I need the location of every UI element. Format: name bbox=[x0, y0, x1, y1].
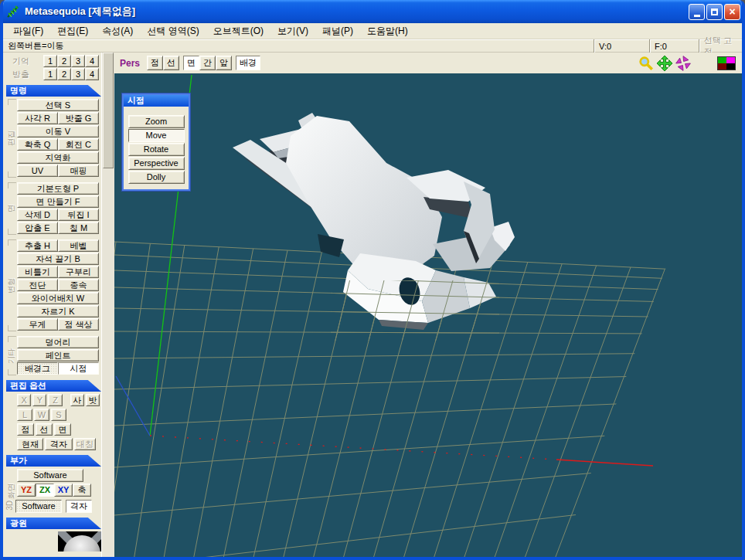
command-button[interactable]: 삭제 D bbox=[17, 209, 58, 221]
renderer-button-pressed[interactable]: Software bbox=[15, 500, 62, 513]
grid-toggle[interactable]: 격자 bbox=[66, 500, 92, 513]
command-row: 무게점 색상 bbox=[17, 318, 99, 331]
menu-item[interactable]: 파일(F) bbox=[6, 23, 50, 39]
view-panel-button-rotate[interactable]: Rotate bbox=[128, 143, 185, 156]
memory-slot-button[interactable]: 3 bbox=[71, 68, 85, 80]
command-button[interactable]: 회전 C bbox=[58, 138, 99, 151]
memory-slot-button[interactable]: 4 bbox=[85, 55, 99, 67]
view-panel-button-dolly[interactable]: Dolly bbox=[128, 171, 185, 184]
rotate-icon[interactable] bbox=[675, 56, 691, 71]
edit-option-button[interactable]: 대칭 bbox=[74, 438, 96, 450]
menu-item[interactable]: 패널(P) bbox=[315, 23, 360, 39]
renderer-button[interactable]: Software bbox=[17, 469, 83, 482]
view-panel-title[interactable]: 시점 bbox=[124, 95, 189, 107]
title-bar[interactable]: Metasequoia [제목없음] × bbox=[0, 0, 745, 23]
command-button[interactable]: 지역화 bbox=[17, 151, 99, 164]
menu-item[interactable]: 편집(E) bbox=[50, 23, 95, 39]
memory-slot-button[interactable]: 2 bbox=[57, 55, 71, 67]
edit-option-button[interactable]: 점 bbox=[17, 423, 34, 436]
edit-option-button[interactable]: 사 bbox=[70, 394, 84, 406]
view-panel-button-zoom[interactable]: Zoom bbox=[128, 115, 185, 128]
menu-item[interactable]: 보기(V) bbox=[270, 23, 315, 39]
edit-option-button[interactable]: S bbox=[51, 409, 66, 421]
minimize-button[interactable] bbox=[689, 4, 705, 20]
pan-icon[interactable] bbox=[657, 56, 672, 71]
edit-option-button[interactable]: 선 bbox=[36, 423, 53, 436]
view-plane-button[interactable]: 축 bbox=[73, 484, 91, 497]
select-lock-toggle[interactable]: 선택 고정 bbox=[699, 39, 742, 53]
light-sphere-preview[interactable] bbox=[58, 531, 101, 552]
edit-option-button[interactable]: 면 bbox=[54, 423, 71, 436]
command-button[interactable]: 구부리 bbox=[58, 266, 99, 278]
command-button[interactable]: 압출 E bbox=[17, 222, 58, 234]
menu-item[interactable]: 도움말(H) bbox=[360, 23, 415, 39]
command-button[interactable]: 전단 bbox=[17, 279, 58, 291]
edit-option-button[interactable]: W bbox=[34, 409, 49, 421]
command-button[interactable]: 덩어리 bbox=[17, 336, 99, 348]
command-button[interactable]: 비틀기 bbox=[17, 266, 58, 278]
maximize-button[interactable] bbox=[706, 4, 723, 20]
edit-option-button[interactable]: Z bbox=[48, 394, 62, 406]
menu-item[interactable]: 오브젝트(O) bbox=[206, 23, 270, 39]
command-button[interactable]: 베벨 bbox=[58, 239, 99, 252]
command-button[interactable]: 사각 R bbox=[17, 112, 58, 124]
command-button[interactable]: 자석 끌기 B bbox=[17, 253, 99, 265]
memory-slot-button[interactable]: 1 bbox=[43, 55, 57, 67]
view-panel[interactable]: 시점 ZoomMoveRotatePerspectiveDolly bbox=[122, 93, 190, 191]
command-button[interactable]: 점 색상 bbox=[58, 318, 99, 331]
scrollbar-thumb[interactable] bbox=[103, 53, 114, 168]
command-button[interactable]: 이동 V bbox=[17, 125, 99, 137]
status-bar: 왼쪽버튼=이동 V:0 F:0 선택 고정 bbox=[3, 39, 742, 53]
command-button[interactable]: 페인트 bbox=[17, 349, 99, 361]
command-button[interactable]: 기본도형 P bbox=[17, 182, 99, 195]
menu-item[interactable]: 속성(A) bbox=[95, 23, 140, 39]
edit-option-button[interactable]: Y bbox=[32, 394, 46, 406]
command-button[interactable]: 종속 bbox=[58, 279, 99, 291]
view-plane-button[interactable]: ZX bbox=[36, 484, 54, 497]
display-toggle-점[interactable]: 점 bbox=[147, 56, 163, 70]
view-plane-button[interactable]: YZ bbox=[17, 484, 36, 497]
view-panel-button-move[interactable]: Move bbox=[128, 129, 185, 142]
command-row: UV매핑 bbox=[17, 165, 99, 177]
viewport-toolbar: Pers 점선면간앞배경 bbox=[114, 53, 742, 73]
command-button[interactable]: 배경그 bbox=[17, 362, 58, 375]
memory-slot-button[interactable]: 4 bbox=[85, 68, 99, 80]
command-button[interactable]: 자르기 K bbox=[17, 305, 99, 317]
edit-option-button[interactable]: L bbox=[17, 409, 32, 421]
command-button[interactable]: 뒤집 I bbox=[58, 209, 99, 221]
close-button[interactable]: × bbox=[724, 4, 740, 20]
edit-option-button[interactable]: 현재 bbox=[17, 438, 43, 450]
command-row: 확축 Q회전 C bbox=[17, 138, 99, 151]
command-button[interactable]: 면 만들기 F bbox=[17, 195, 99, 208]
panel-scrollbar[interactable] bbox=[101, 53, 114, 557]
3d-canvas[interactable]: 시점 ZoomMoveRotatePerspectiveDolly bbox=[114, 73, 742, 557]
command-button[interactable]: UV bbox=[17, 165, 58, 177]
display-toggle-선[interactable]: 선 bbox=[163, 56, 179, 70]
command-button[interactable]: 시점 bbox=[58, 362, 99, 375]
command-button[interactable]: 확축 Q bbox=[17, 138, 58, 151]
zoom-icon[interactable] bbox=[638, 56, 654, 71]
projection-mode-label[interactable]: Pers bbox=[120, 58, 140, 69]
color-quad-icon[interactable] bbox=[717, 56, 736, 70]
command-row: 페인트 bbox=[17, 349, 99, 361]
command-button[interactable]: 칠 M bbox=[58, 222, 99, 234]
memory-slot-button[interactable]: 2 bbox=[57, 68, 71, 80]
command-button[interactable]: 매핑 bbox=[58, 165, 99, 177]
memory-slot-button[interactable]: 1 bbox=[43, 68, 57, 80]
command-button[interactable]: 무게 bbox=[17, 318, 58, 331]
edit-option-button[interactable]: X bbox=[17, 394, 31, 406]
display-toggle-간[interactable]: 간 bbox=[199, 56, 216, 70]
display-toggle-면[interactable]: 면 bbox=[183, 56, 199, 70]
display-toggle-배경[interactable]: 배경 bbox=[236, 56, 260, 70]
display-toggle-앞[interactable]: 앞 bbox=[216, 56, 232, 70]
memory-slot-button[interactable]: 3 bbox=[71, 55, 85, 67]
edit-option-button[interactable]: 밧 bbox=[86, 394, 100, 406]
edit-option-button[interactable]: 격자 bbox=[45, 438, 73, 450]
command-button[interactable]: 와이어배치 W bbox=[17, 292, 99, 304]
view-panel-button-perspective[interactable]: Perspective bbox=[128, 157, 185, 170]
command-button[interactable]: 선택 S bbox=[17, 99, 99, 111]
command-button[interactable]: 밧줄 G bbox=[58, 112, 99, 124]
view-plane-button[interactable]: XY bbox=[54, 484, 73, 497]
command-button[interactable]: 추출 H bbox=[17, 239, 58, 252]
menu-item[interactable]: 선택 영역(S) bbox=[140, 23, 206, 39]
